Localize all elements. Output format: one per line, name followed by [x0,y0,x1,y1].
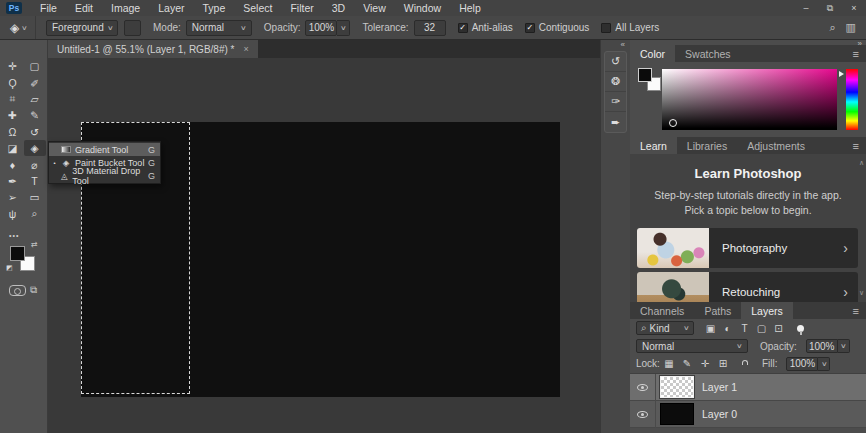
rectangle-tool-button[interactable]: ▭ [24,189,46,205]
zoom-tool-button[interactable]: ⌕ [24,206,46,222]
lock-paint-icon[interactable]: ✎ [678,358,696,369]
menu-help[interactable]: Help [450,0,490,16]
learn-card-retouching[interactable]: Retouching › [637,272,858,302]
tab-color[interactable]: Color [630,45,675,62]
blend-mode-select[interactable]: Normal ∨ [636,339,748,353]
hue-slider[interactable] [846,69,858,130]
close-button[interactable]: × [842,0,866,16]
menu-type[interactable]: Type [193,0,234,16]
tolerance-input[interactable]: 32 [414,20,446,36]
layer-filter-toggle[interactable] [797,325,804,332]
filter-type-icon[interactable]: T [736,323,753,334]
tab-channels[interactable]: Channels [630,302,694,319]
collapse-dock-button[interactable]: » [858,39,862,48]
layer-row-layer-0[interactable]: Layer 0 [630,401,866,428]
screen-mode-button[interactable]: ⧉ [30,284,37,296]
opacity-dropdown-button[interactable]: ∨ [838,339,850,353]
brush-settings-panel-button[interactable]: ✑ [605,92,626,112]
lock-artboard-icon[interactable]: ⊞ [714,358,732,369]
panel-menu-icon[interactable]: ≡ [853,302,866,319]
fill-source-select[interactable]: Foreground ∨ [46,20,118,36]
pen-tool-button[interactable]: ✒ [2,173,24,189]
saturation-brightness-field[interactable] [662,69,837,130]
fill-dropdown-button[interactable]: ∨ [818,357,830,371]
lasso-tool-button[interactable]: Ϙ [2,74,24,90]
layer-filter-kind-select[interactable]: ⌕ Kind ∨ [636,321,694,335]
hand-tool-button[interactable]: ψ [2,206,24,222]
crop-tool-button[interactable]: ⌗ [2,91,24,107]
scroll-down-icon[interactable]: ∨ [859,289,864,297]
layer-opacity-input[interactable]: 100% [806,339,838,353]
color-cursor[interactable] [669,119,677,127]
filter-smart-object-icon[interactable]: ⊡ [770,323,787,334]
foreground-background-swatches[interactable] [10,246,40,274]
all-layers-checkbox[interactable] [601,23,611,33]
expand-panels-button[interactable]: « [601,40,630,50]
layer-name[interactable]: Layer 0 [702,408,737,420]
tab-adjustments[interactable]: Adjustments [737,137,815,154]
menu-edit[interactable]: Edit [66,0,102,16]
visibility-toggle[interactable] [630,374,656,401]
lock-transparency-icon[interactable]: ▦ [660,358,678,369]
workspace-icon[interactable]: ▥ [846,21,856,34]
contiguous-checkbox[interactable]: ✓ [525,23,535,33]
path-selection-tool-button[interactable]: ➢ [2,189,24,205]
mode-select[interactable]: Normal ∨ [186,20,252,36]
eraser-tool-button[interactable]: ◪ [2,140,24,156]
ruler-tool-button[interactable]: ▱ [24,91,46,107]
search-icon[interactable]: ⌕ [829,21,835,34]
dodge-tool-button[interactable]: ⌀ [24,156,46,172]
default-colors-icon[interactable]: ◩ [6,264,13,272]
paint-bucket-tool-button[interactable]: ◈ [24,140,46,156]
minimize-button[interactable]: – [794,0,818,16]
filter-shape-icon[interactable]: ▢ [753,323,770,334]
layer-thumbnail-transparent[interactable] [660,376,694,398]
move-tool-button[interactable]: ✛ [2,58,24,74]
panel-menu-icon[interactable]: ≡ [853,137,866,154]
quick-mask-button[interactable] [9,285,26,296]
learn-card-photography[interactable]: Photography › [637,228,858,268]
visibility-toggle[interactable] [630,401,656,428]
brush-tool-button[interactable]: ✎ [24,107,46,123]
tab-learn[interactable]: Learn [630,137,677,154]
edit-toolbar-button[interactable]: ••• [9,232,47,239]
flyout-item-3d-material-drop-tool[interactable]: ◬ 3D Material Drop Tool G [49,169,160,182]
anti-alias-checkbox[interactable]: ✓ [458,23,468,33]
foreground-color-swatch[interactable] [10,246,25,261]
layer-thumbnail-black[interactable] [660,403,694,425]
menu-view[interactable]: View [354,0,395,16]
layer-row-layer-1[interactable]: Layer 1 [630,374,866,401]
layer-fill-input[interactable]: 100% [786,357,818,371]
clone-source-panel-button[interactable]: ➨ [605,112,626,132]
pattern-picker[interactable] [124,20,141,36]
adjustments-panel-button[interactable]: ❂ [605,72,626,92]
filter-adjustment-icon[interactable]: ◐ [719,323,736,334]
menu-layer[interactable]: Layer [149,0,193,16]
filter-image-icon[interactable]: ▣ [702,323,719,334]
tab-paths[interactable]: Paths [694,302,741,319]
menu-filter[interactable]: Filter [281,0,322,16]
opacity-input[interactable]: 100% [305,20,337,36]
history-panel-button[interactable]: ↺ [605,52,626,72]
flyout-item-gradient-tool[interactable]: Gradient Tool G [49,143,160,156]
foreground-color-swatch[interactable] [638,68,652,82]
tab-layers[interactable]: Layers [741,302,793,319]
blur-tool-button[interactable]: ♦ [2,156,24,172]
scroll-up-icon[interactable]: ∧ [859,159,864,167]
menu-file[interactable]: File [31,0,66,16]
history-brush-tool-button[interactable]: ↺ [24,124,46,140]
layer-name[interactable]: Layer 1 [702,381,737,393]
menu-3d[interactable]: 3D [323,0,354,16]
healing-brush-tool-button[interactable]: ✚ [2,107,24,123]
menu-select[interactable]: Select [234,0,281,16]
menu-image[interactable]: Image [102,0,149,16]
tab-libraries[interactable]: Libraries [677,137,737,154]
tool-preset-dropdown[interactable]: ◈ ∨ [0,16,36,39]
clone-stamp-tool-button[interactable]: Ω [2,124,24,140]
marquee-tool-button[interactable]: ▢ [24,58,46,74]
quick-selection-tool-button[interactable]: ✐ [24,74,46,90]
restore-button[interactable]: ⧉ [818,0,842,16]
menu-window[interactable]: Window [395,0,450,16]
opacity-dropdown-button[interactable]: ∨ [337,20,350,36]
document-tab[interactable]: Untitled-1 @ 55.1% (Layer 1, RGB/8#) * × [48,40,258,58]
